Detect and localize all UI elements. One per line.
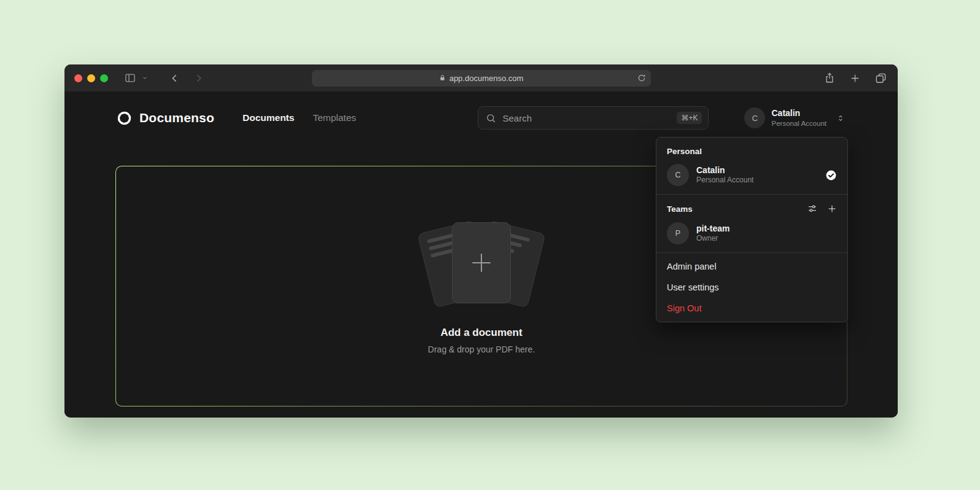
menu-personal-label: Personal xyxy=(659,141,844,159)
personal-name: Catalin xyxy=(696,165,753,176)
zoom-window-button[interactable] xyxy=(100,74,108,82)
menu-item-team[interactable]: P pit-team Owner xyxy=(659,217,844,249)
address-url: app.documenso.com xyxy=(449,74,524,83)
search-icon xyxy=(486,113,496,123)
personal-avatar: C xyxy=(667,164,689,186)
primary-nav: Documents Templates xyxy=(243,112,356,123)
add-document-plus-icon xyxy=(472,254,491,272)
team-role: Owner xyxy=(696,234,729,244)
personal-subtitle: Personal Account xyxy=(696,176,753,185)
brand[interactable]: Documenso xyxy=(116,110,214,126)
account-dropdown-menu: Personal C Catalin Personal Account Team… xyxy=(656,137,848,322)
documenso-logo-icon xyxy=(116,110,133,126)
browser-titlebar: app.documenso.com xyxy=(64,64,898,91)
tabs-icon xyxy=(875,72,887,84)
sidebar-icon xyxy=(124,72,136,84)
back-icon xyxy=(169,72,181,84)
browser-window: app.documenso.com xyxy=(64,64,898,418)
share-icon xyxy=(824,72,835,84)
tab-overview-button[interactable] xyxy=(874,71,888,85)
create-team-button[interactable] xyxy=(827,204,837,214)
nav-documents[interactable]: Documents xyxy=(243,112,294,123)
close-window-button[interactable] xyxy=(74,74,82,82)
plus-icon xyxy=(827,204,837,214)
account-menu-trigger[interactable]: C Catalin Personal Account xyxy=(744,107,845,128)
chevrons-up-down-icon xyxy=(836,114,845,123)
document-card-center xyxy=(452,222,511,303)
menu-item-admin-panel[interactable]: Admin panel xyxy=(659,256,844,277)
account-avatar: C xyxy=(744,107,765,128)
sidebar-toggle-button[interactable] xyxy=(123,71,138,85)
teams-preferences-button[interactable] xyxy=(807,204,817,214)
documents-illustration xyxy=(416,219,547,311)
account-name: Catalin xyxy=(771,108,826,119)
traffic-lights xyxy=(74,74,108,82)
lock-icon xyxy=(439,74,446,82)
minimize-window-button[interactable] xyxy=(87,74,95,82)
forward-icon xyxy=(193,72,204,84)
search-box[interactable]: ⌘+K xyxy=(478,106,709,130)
back-button[interactable] xyxy=(168,71,182,85)
chevron-down-icon xyxy=(142,75,148,81)
dropzone-subtitle: Drag & drop your PDF here. xyxy=(428,344,535,354)
forward-button[interactable] xyxy=(192,71,206,85)
sidebar-options-button[interactable] xyxy=(141,74,149,82)
check-circle-icon xyxy=(825,169,837,181)
menu-divider xyxy=(656,252,847,253)
documenso-page: Documenso Documents Templates ⌘+K C Cata… xyxy=(64,91,898,418)
reload-button[interactable] xyxy=(637,74,646,82)
menu-item-user-settings[interactable]: User settings xyxy=(659,277,844,298)
account-type: Personal Account xyxy=(771,119,826,128)
search-input[interactable] xyxy=(502,113,671,123)
team-name: pit-team xyxy=(696,223,729,234)
reload-icon xyxy=(637,74,646,82)
plus-icon xyxy=(850,73,860,84)
dropzone-title: Add a document xyxy=(440,327,522,339)
menu-item-personal-account[interactable]: C Catalin Personal Account xyxy=(659,159,844,191)
address-bar[interactable]: app.documenso.com xyxy=(312,70,651,87)
new-tab-button[interactable] xyxy=(849,72,861,85)
menu-teams-label: Teams xyxy=(667,204,693,214)
team-avatar: P xyxy=(667,222,689,244)
sliders-icon xyxy=(807,204,817,214)
share-button[interactable] xyxy=(823,71,836,85)
menu-divider xyxy=(656,194,847,195)
menu-item-sign-out[interactable]: Sign Out xyxy=(659,298,844,319)
search-shortcut-badge: ⌘+K xyxy=(677,112,702,124)
brand-name: Documenso xyxy=(139,111,214,125)
nav-templates[interactable]: Templates xyxy=(313,112,356,123)
